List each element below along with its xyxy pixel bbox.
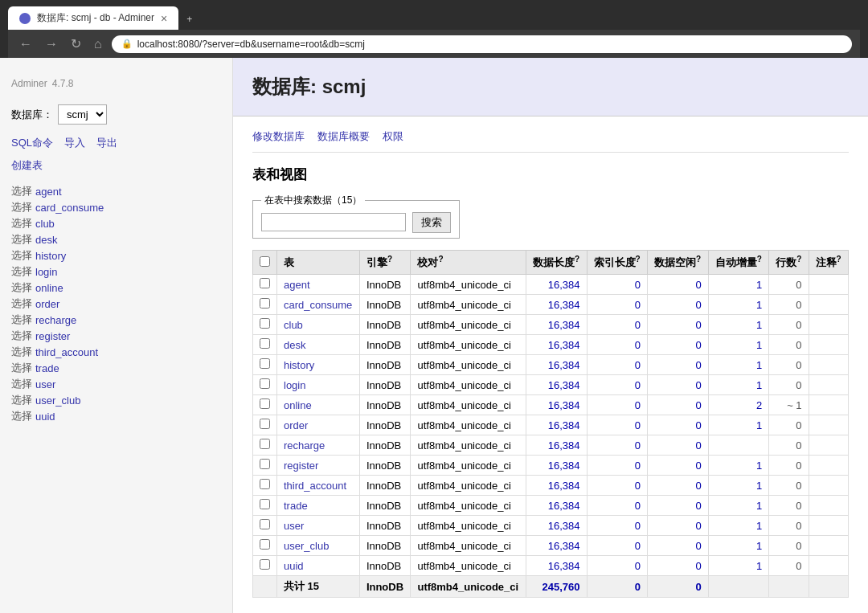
row-data-len: 16,384 [526, 556, 587, 576]
row-name-link[interactable]: desk [284, 339, 305, 351]
search-button[interactable]: 搜索 [412, 212, 451, 233]
row-comment [809, 556, 848, 576]
row-idx-len: 0 [587, 476, 648, 496]
reload-button[interactable]: ↻ [68, 35, 84, 53]
table-row: third_account InnoDB utf8mb4_unicode_ci … [253, 476, 849, 496]
db-select[interactable]: scmj [58, 104, 107, 125]
row-name-link[interactable]: online [284, 399, 312, 411]
row-collation: utf8mb4_unicode_ci [411, 516, 526, 536]
row-auto-inc: 1 [708, 456, 769, 476]
row-name-link[interactable]: uuid [284, 560, 304, 572]
table-link-user[interactable]: user [35, 378, 55, 390]
table-row: register InnoDB utf8mb4_unicode_ci 16,38… [253, 456, 849, 476]
row-checkbox[interactable] [260, 519, 270, 529]
sql-command-link[interactable]: SQL命令 [11, 136, 53, 150]
url-bar[interactable]: 🔒 localhost:8080/?server=db&username=roo… [112, 35, 852, 53]
table-link-uuid[interactable]: uuid [35, 411, 55, 423]
row-data-len: 16,384 [526, 315, 587, 335]
row-name-link[interactable]: recharge [284, 439, 325, 452]
row-checkbox[interactable] [260, 298, 270, 309]
row-checkbox[interactable] [260, 479, 270, 489]
row-checkbox[interactable] [260, 398, 270, 409]
row-checkbox[interactable] [260, 358, 270, 369]
row-checkbox[interactable] [260, 439, 270, 449]
table-link-card_consume[interactable]: card_consume [35, 202, 104, 214]
content-nav-link[interactable]: 修改数据库 [252, 129, 305, 144]
row-name-link[interactable]: club [284, 319, 303, 331]
row-checkbox[interactable] [260, 539, 270, 550]
row-collation: utf8mb4_unicode_ci [411, 395, 526, 415]
row-checkbox[interactable] [260, 419, 270, 429]
row-checkbox-cell [253, 315, 277, 335]
row-name-link[interactable]: user_club [284, 540, 329, 552]
header-checkbox-cell [253, 251, 277, 275]
table-link-history[interactable]: history [35, 250, 66, 262]
table-link-agent[interactable]: agent [35, 186, 62, 198]
row-name-link[interactable]: register [284, 460, 318, 472]
table-link-register[interactable]: register [35, 330, 70, 342]
table-link-online[interactable]: online [35, 282, 63, 294]
row-name-link[interactable]: third_account [284, 480, 346, 492]
row-checkbox[interactable] [260, 318, 270, 329]
row-checkbox-cell [253, 335, 277, 355]
table-link-user_club[interactable]: user_club [35, 394, 80, 407]
row-data-free: 0 [648, 435, 709, 456]
col-header-2[interactable]: 校对? [411, 251, 526, 275]
content-nav-link[interactable]: 权限 [383, 129, 403, 144]
export-link[interactable]: 导出 [96, 136, 117, 150]
create-table-link[interactable]: 创建表 [11, 159, 43, 171]
tab-title: 数据库: scmj - db - Adminer [37, 11, 154, 25]
row-checkbox[interactable] [260, 278, 270, 288]
active-tab[interactable]: 数据库: scmj - db - Adminer × [8, 6, 178, 30]
row-checkbox[interactable] [260, 338, 270, 349]
select-all-checkbox[interactable] [260, 256, 270, 267]
row-name-link[interactable]: order [284, 419, 308, 431]
table-link-club[interactable]: club [35, 218, 55, 230]
col-header-3[interactable]: 数据长度? [526, 251, 587, 275]
tab-close-button[interactable]: × [161, 12, 167, 25]
table-link-login[interactable]: login [35, 266, 57, 278]
import-link[interactable]: 导入 [64, 136, 85, 150]
row-name: club [277, 315, 360, 335]
row-data-len: 16,384 [526, 335, 587, 355]
table-link-third_account[interactable]: third_account [35, 346, 98, 358]
col-header-8[interactable]: 注释? [809, 251, 848, 275]
col-header-0[interactable]: 表 [277, 251, 360, 275]
back-button[interactable]: ← [16, 35, 35, 53]
row-checkbox[interactable] [260, 378, 270, 389]
row-checkbox[interactable] [260, 499, 270, 509]
row-idx-len: 0 [587, 415, 648, 435]
forward-button[interactable]: → [42, 35, 61, 53]
row-comment [809, 315, 848, 335]
row-rows: 0 [769, 496, 809, 516]
table-link-order[interactable]: order [35, 298, 59, 310]
table-link-recharge[interactable]: recharge [35, 314, 76, 326]
row-name-link[interactable]: history [284, 359, 314, 371]
row-name-link[interactable]: login [284, 379, 305, 391]
row-checkbox-cell [253, 275, 277, 295]
row-name-link[interactable]: card_consume [284, 299, 352, 311]
col-header-5[interactable]: 数据空闲? [648, 251, 709, 275]
select-label: 选择 [11, 409, 32, 423]
content-nav-link[interactable]: 数据库概要 [317, 129, 370, 144]
row-name-link[interactable]: agent [284, 279, 310, 291]
table-link-trade[interactable]: trade [35, 362, 59, 374]
row-idx-len: 0 [587, 516, 648, 536]
row-name-link[interactable]: trade [284, 500, 308, 512]
row-engine: InnoDB [359, 355, 411, 375]
home-button[interactable]: ⌂ [91, 35, 105, 53]
col-header-7[interactable]: 行数? [769, 251, 809, 275]
row-checkbox[interactable] [260, 459, 270, 469]
row-checkbox[interactable] [260, 559, 270, 570]
row-name-link[interactable]: user [284, 520, 304, 532]
search-input[interactable] [261, 213, 406, 231]
new-tab-button[interactable]: + [178, 9, 200, 30]
col-header-1[interactable]: 引擎? [359, 251, 411, 275]
table-link-desk[interactable]: desk [35, 234, 57, 246]
row-auto-inc: 1 [708, 415, 769, 435]
col-header-4[interactable]: 索引长度? [587, 251, 648, 275]
row-rows: 0 [769, 536, 809, 556]
col-header-6[interactable]: 自动增量? [708, 251, 769, 275]
row-collation: utf8mb4_unicode_ci [411, 315, 526, 335]
row-comment [809, 536, 848, 556]
